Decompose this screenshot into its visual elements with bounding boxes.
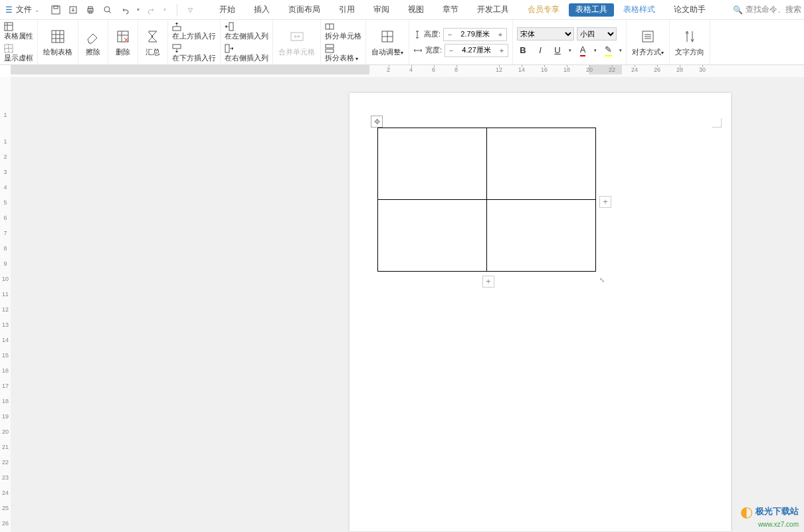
table-cell[interactable] [378, 200, 487, 272]
undo-icon[interactable] [120, 5, 130, 15]
tab-chapter[interactable]: 章节 [433, 0, 468, 19]
table-row[interactable] [378, 200, 596, 272]
insert-right-icon [225, 44, 268, 53]
table-cell[interactable] [378, 128, 487, 200]
insert-below-button[interactable]: 在下方插入行 [172, 44, 216, 63]
ribbon-group-dim: 高度: − + 宽度: − + [409, 20, 513, 64]
eraser-button[interactable]: 擦除 [78, 20, 108, 64]
table-props-button[interactable]: 表格属性 [4, 22, 33, 41]
insert-above-icon [172, 22, 216, 31]
highlight-button[interactable]: ✎ [602, 44, 614, 56]
tab-table-style[interactable]: 表格样式 [614, 0, 664, 19]
width-icon [413, 46, 423, 54]
delete-icon [114, 27, 132, 46]
draw-table-button[interactable]: 绘制表格 [38, 20, 78, 64]
add-column-button[interactable]: + [599, 196, 611, 208]
tab-view[interactable]: 视图 [399, 0, 433, 19]
print-icon[interactable] [85, 5, 96, 15]
autofit-icon [378, 27, 397, 46]
separator [177, 4, 177, 16]
chevron-down-icon[interactable]: ▾ [619, 48, 622, 53]
chevron-down-icon[interactable]: ▾ [594, 48, 597, 53]
svg-rect-1 [54, 6, 58, 9]
height-increase[interactable]: + [494, 29, 506, 41]
width-spinner[interactable]: − + [445, 44, 508, 57]
svg-rect-14 [225, 44, 229, 52]
horizontal-ruler[interactable]: 246812141618202224262830 [11, 65, 804, 77]
svg-point-6 [104, 7, 110, 12]
font-name-select[interactable]: 宋体 [517, 27, 574, 41]
merge-cells-button: 合并单元格 [273, 20, 321, 64]
chevron-down-icon[interactable]: ▾ [569, 48, 571, 53]
save-icon[interactable] [50, 5, 61, 15]
document-canvas[interactable]: ✥ + + ⤡ [11, 77, 804, 532]
watermark: ◐ 极光下载站 www.xz7.com [740, 503, 799, 528]
show-grid-button[interactable]: 显示虚框 [4, 44, 33, 63]
redo-icon[interactable] [146, 5, 157, 15]
italic-button[interactable]: I [534, 44, 546, 56]
show-grid-icon [4, 44, 33, 53]
align-button[interactable]: 对齐方式▾ [627, 20, 670, 64]
search-box[interactable]: 查找命令、搜索 [733, 4, 804, 15]
redo-dropdown-icon[interactable]: ▾ [163, 7, 166, 13]
text-dir-icon [680, 27, 699, 46]
svg-rect-9 [52, 31, 64, 43]
merge-cells-icon [288, 27, 306, 46]
file-menu[interactable]: 文件 ⌄ [0, 0, 45, 19]
bold-button[interactable]: B [517, 44, 529, 56]
delete-button[interactable]: 删除 [108, 20, 138, 64]
svg-rect-11 [173, 27, 181, 31]
insert-above-button[interactable]: 在上方插入行 [172, 22, 216, 41]
text-dir-button[interactable]: 文字方向 [670, 20, 710, 64]
table-cell[interactable] [487, 200, 596, 272]
underline-button[interactable]: U [552, 44, 563, 56]
svg-rect-12 [173, 44, 181, 48]
insert-left-button[interactable]: 在左侧插入列 [225, 22, 268, 41]
table-resize-handle[interactable]: ⤡ [599, 276, 607, 284]
chevron-down-icon: ▾ [355, 56, 358, 62]
tab-table-tools[interactable]: 表格工具 [569, 3, 614, 17]
tab-member[interactable]: 会员专享 [518, 0, 569, 19]
table-row[interactable] [378, 128, 596, 200]
svg-rect-18 [326, 49, 334, 52]
width-increase[interactable]: + [496, 44, 508, 56]
vertical-ruler[interactable]: 1123456789101112131415161718192021222324… [0, 77, 11, 532]
table-move-handle[interactable]: ✥ [371, 116, 383, 128]
document-table[interactable] [377, 128, 596, 272]
split-cells-button[interactable]: 拆分单元格 [325, 22, 361, 41]
height-spinner[interactable]: − + [443, 28, 507, 41]
height-input[interactable] [456, 29, 494, 41]
tab-thesis[interactable]: 论文助手 [664, 0, 715, 19]
sum-button[interactable]: 汇总 [138, 20, 168, 64]
tab-start[interactable]: 开始 [210, 0, 245, 19]
height-label: 高度: [424, 29, 441, 39]
tab-insert[interactable]: 插入 [245, 0, 279, 19]
width-input[interactable] [457, 44, 496, 56]
tab-devtools[interactable]: 开发工具 [468, 0, 518, 19]
svg-rect-0 [52, 6, 60, 14]
page: ✥ + + ⤡ [350, 93, 731, 531]
height-icon [413, 30, 421, 39]
add-row-button[interactable]: + [482, 276, 494, 288]
font-color-button[interactable]: A [577, 44, 589, 56]
qat-more-icon[interactable]: ▽ [188, 7, 193, 13]
draw-table-icon [49, 27, 67, 46]
tab-review[interactable]: 审阅 [364, 0, 399, 19]
tab-page-layout[interactable]: 页面布局 [279, 0, 330, 19]
table-cell[interactable] [487, 128, 596, 200]
hamburger-icon [5, 5, 13, 15]
ribbon-group-font: 宋体 小四 B I U▾ A▾ ✎▾ [513, 20, 627, 64]
tab-reference[interactable]: 引用 [330, 0, 364, 19]
font-size-select[interactable]: 小四 [577, 27, 617, 41]
autofit-button[interactable]: 自动调整▾ [366, 20, 409, 64]
export-icon[interactable] [68, 5, 78, 15]
align-icon [639, 27, 657, 46]
split-table-button[interactable]: 拆分表格▾ [325, 44, 361, 63]
insert-right-button[interactable]: 在右侧插入列 [225, 44, 268, 63]
width-decrease[interactable]: − [445, 44, 457, 56]
width-label: 宽度: [425, 45, 442, 55]
undo-dropdown-icon[interactable]: ▾ [137, 7, 140, 13]
print-preview-icon[interactable] [102, 5, 113, 15]
menubar: 文件 ⌄ ▾ ▾ ▽ 开始 插入 页面布局 引用 审阅 视图 章节 开发工具 会… [0, 0, 804, 20]
height-decrease[interactable]: − [444, 29, 456, 41]
